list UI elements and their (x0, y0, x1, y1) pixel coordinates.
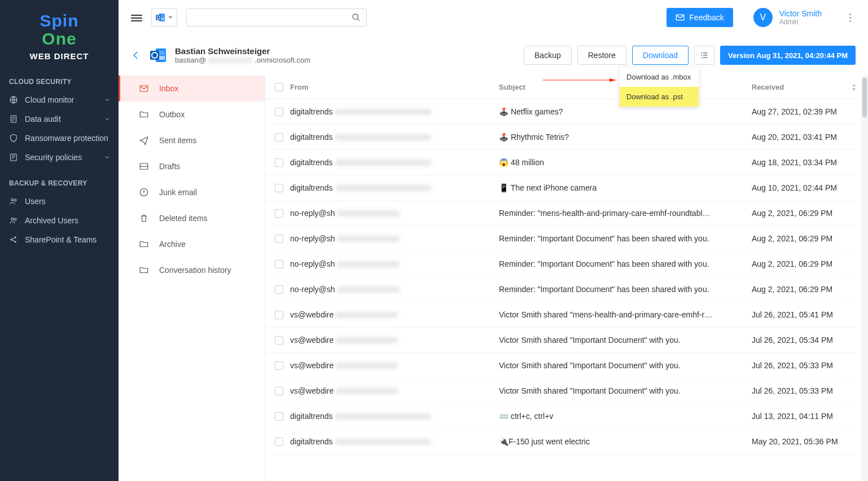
logo-one: One (0, 29, 119, 48)
list-icon (700, 51, 709, 60)
section-backup-recovery: BACKUP & RECOVERY (0, 167, 119, 192)
mail-subject: Reminder: "mens-health-and-primary-care-… (499, 209, 752, 218)
account-name: Bastian Schweinsteiger (175, 46, 310, 56)
mail-from: digitaltrends (290, 183, 498, 192)
mail-row[interactable]: vs@webdire Victor Smith shared "Importan… (265, 353, 868, 378)
trash-icon (139, 213, 149, 223)
scrollbar-thumb[interactable] (862, 78, 867, 117)
mail-header: From Subject Received (265, 76, 868, 99)
folder-icon (139, 265, 149, 275)
column-from[interactable]: From (289, 83, 498, 91)
redacted-text (335, 160, 431, 166)
mail-row[interactable]: no-reply@sh Reminder: "Important Documen… (265, 226, 868, 251)
mail-from: digitaltrends (290, 158, 498, 167)
mail-row[interactable]: digitaltrends 🕹️ Netflix games? Aug 27, … (265, 99, 868, 125)
restore-button[interactable]: Restore (577, 46, 626, 65)
feedback-button[interactable]: Feedback (667, 8, 733, 27)
download-pst-option[interactable]: Download as .pst (620, 87, 699, 107)
account-bar: Bastian Schweinsteiger bastian@ .onmicro… (119, 35, 868, 76)
row-checkbox[interactable] (275, 412, 283, 421)
profile-block[interactable]: V Victor Smith Admin (753, 8, 822, 27)
redacted-text (336, 388, 398, 394)
row-checkbox[interactable] (275, 133, 283, 142)
sidebar-item-ransomware-protection[interactable]: Ransomware protection (0, 129, 119, 148)
sidebar-item-security-policies[interactable]: Security policies (0, 148, 119, 167)
row-checkbox[interactable] (275, 158, 283, 167)
send-icon (139, 135, 149, 145)
svg-point-11 (701, 55, 702, 56)
mail-from: vs@webdire (290, 361, 498, 370)
mail-rows[interactable]: digitaltrends 🕹️ Netflix games? Aug 27, … (265, 99, 868, 481)
row-checkbox[interactable] (275, 387, 283, 395)
row-checkbox[interactable] (275, 184, 283, 192)
row-checkbox[interactable] (275, 260, 283, 268)
app-picker[interactable] (151, 8, 177, 27)
sidebar-item-archived-users[interactable]: Archived Users (0, 211, 119, 230)
folder-list: InboxOutboxSent itemsDraftsJunk emailDel… (119, 76, 265, 481)
sidebar-item-data-audit[interactable]: Data audit (0, 109, 119, 129)
svg-point-12 (701, 57, 702, 58)
mail-row[interactable]: vs@webdire Victor Smith shared "mens-hea… (265, 302, 868, 328)
download-mbox-option[interactable]: Download as .mbox (620, 67, 699, 87)
mail-from: vs@webdire (290, 386, 498, 395)
search-input[interactable] (186, 8, 367, 27)
folder-conversation-history[interactable]: Conversation history (119, 257, 265, 283)
mail-date: Jul 13, 2021, 04:11 PM (752, 412, 865, 421)
mail-row[interactable]: digitaltrends 🕹️ Rhythmic Tetris? Aug 20… (265, 125, 868, 150)
scrollbar[interactable] (861, 76, 868, 481)
mail-from: no-reply@sh (290, 234, 498, 243)
mail-from: digitaltrends (290, 412, 498, 421)
mail-row[interactable]: no-reply@sh Reminder: "mens-health-and-p… (265, 201, 868, 226)
outlook-icon (155, 12, 165, 23)
mail-date: Aug 10, 2021, 02:44 PM (752, 183, 865, 192)
mail-row[interactable]: vs@webdire Victor Smith shared "Importan… (265, 328, 868, 353)
folder-sent-items[interactable]: Sent items (119, 127, 265, 153)
mail-row[interactable]: digitaltrends 🔌F-150 just went electric … (265, 429, 868, 454)
row-checkbox[interactable] (275, 235, 283, 243)
mail-row[interactable]: no-reply@sh Reminder: "Important Documen… (265, 251, 868, 277)
mail-row[interactable]: no-reply@sh Reminder: "Important Documen… (265, 277, 868, 302)
row-checkbox[interactable] (275, 311, 283, 319)
row-checkbox[interactable] (275, 361, 283, 370)
select-all-checkbox[interactable] (275, 83, 283, 91)
hamburger-button[interactable] (131, 13, 142, 22)
redacted-text (335, 439, 431, 445)
row-checkbox[interactable] (275, 438, 283, 446)
mail-subject: ⌨️ ctrl+c, ctrl+v (499, 412, 752, 421)
folder-deleted-items[interactable]: Deleted items (119, 205, 265, 231)
list-view-button[interactable] (694, 46, 714, 65)
column-received[interactable]: Received (752, 83, 865, 91)
mail-row[interactable]: vs@webdire Victor Smith shared "Importan… (265, 378, 868, 404)
junk-icon (139, 187, 149, 197)
mail-row[interactable]: digitaltrends ⌨️ ctrl+c, ctrl+v Jul 13, … (265, 404, 868, 429)
redacted-text (336, 312, 398, 318)
mail-from: digitaltrends (290, 437, 498, 446)
folder-archive[interactable]: Archive (119, 231, 265, 257)
version-badge[interactable]: Version Aug 31, 2021, 04:20:44 PM (720, 46, 856, 65)
svg-rect-14 (703, 55, 707, 55)
mail-row[interactable]: digitaltrends 😱 48 million Aug 18, 2021,… (265, 150, 868, 175)
folder-inbox[interactable]: Inbox (119, 76, 265, 102)
row-checkbox[interactable] (275, 209, 283, 218)
redacted-text (336, 337, 398, 343)
folder-outbox[interactable]: Outbox (119, 102, 265, 127)
download-button[interactable]: Download (632, 46, 689, 65)
row-checkbox[interactable] (275, 336, 283, 345)
folder-drafts[interactable]: Drafts (119, 153, 265, 179)
backup-button[interactable]: Backup (524, 46, 572, 65)
more-menu-button[interactable] (844, 12, 856, 23)
mail-from: no-reply@sh (290, 259, 498, 268)
sidebar-item-users[interactable]: Users (0, 192, 119, 211)
sidebar-item-sharepoint-&-teams[interactable]: SharePoint & Teams (0, 230, 119, 249)
profile-role: Admin (779, 18, 822, 26)
mail-from: no-reply@sh (290, 209, 498, 218)
sidebar-item-cloud-monitor[interactable]: Cloud monitor (0, 90, 119, 109)
row-checkbox[interactable] (275, 285, 283, 294)
folder-junk-email[interactable]: Junk email (119, 179, 265, 205)
nav-icon (9, 197, 18, 206)
mail-subject: Victor Smith shared "Important Document"… (499, 361, 752, 370)
back-button[interactable] (131, 50, 141, 60)
row-checkbox[interactable] (275, 108, 283, 116)
mail-row[interactable]: digitaltrends 📱 The next iPhone camera A… (265, 175, 868, 201)
nav-icon (9, 216, 18, 225)
